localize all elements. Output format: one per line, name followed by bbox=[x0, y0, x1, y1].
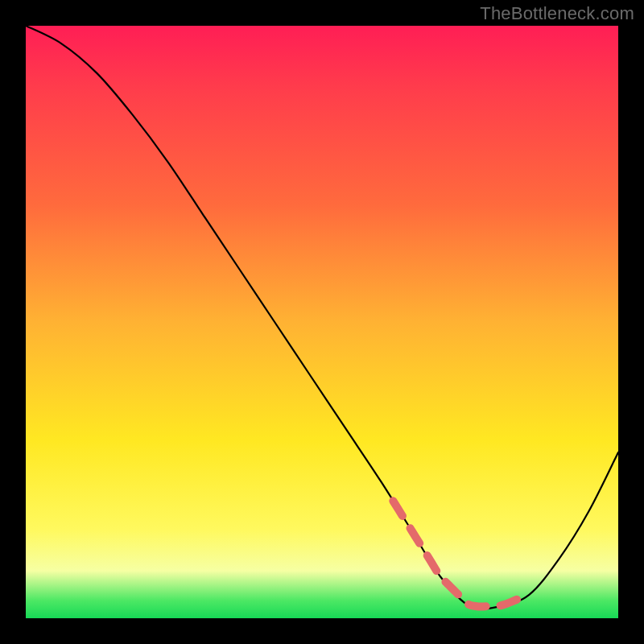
plot-area bbox=[26, 26, 618, 618]
bottleneck-curve bbox=[26, 26, 618, 609]
chart-frame: TheBottleneck.com bbox=[0, 0, 644, 644]
optimal-range-dash bbox=[393, 501, 523, 606]
attribution-text: TheBottleneck.com bbox=[480, 3, 634, 24]
curve-svg bbox=[26, 26, 618, 618]
